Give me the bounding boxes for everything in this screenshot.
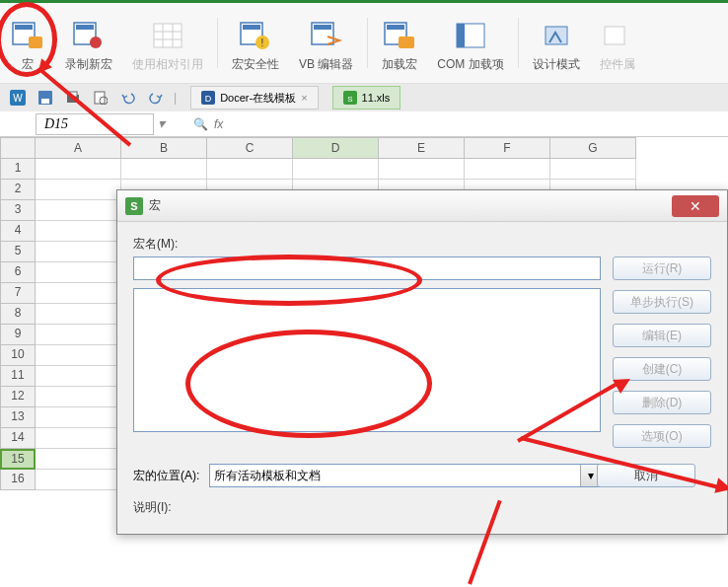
svg-rect-19: [399, 37, 414, 48]
row-header[interactable]: 12: [0, 387, 36, 407]
macro-list[interactable]: [133, 288, 601, 432]
ribbon-vb-editor[interactable]: VB 编辑器: [289, 8, 363, 78]
col-header[interactable]: E: [379, 137, 465, 159]
cell[interactable]: [36, 262, 121, 283]
col-header[interactable]: B: [121, 137, 207, 159]
tab-docer[interactable]: D Docer-在线模板 ×: [190, 86, 318, 110]
cell[interactable]: [207, 159, 293, 180]
print-preview-icon[interactable]: [91, 88, 110, 108]
tab-file[interactable]: S 11.xls: [332, 86, 401, 110]
row-header[interactable]: 1: [0, 159, 36, 180]
run-button[interactable]: 运行(R): [613, 257, 711, 280]
row-header[interactable]: 15: [0, 449, 36, 470]
desc-label: 说明(I):: [133, 499, 711, 516]
cell[interactable]: [36, 304, 121, 325]
dialog-titlebar[interactable]: S 宏 ✕: [117, 190, 727, 222]
ribbon-design-mode[interactable]: 设计模式: [523, 8, 590, 78]
quick-access-toolbar: W | D Docer-在线模板 × S 11.xls: [0, 84, 728, 111]
row-header[interactable]: 10: [0, 345, 36, 366]
save-icon[interactable]: [36, 88, 55, 108]
row-header[interactable]: 13: [0, 407, 36, 428]
row-header[interactable]: 9: [0, 325, 36, 345]
row-header[interactable]: 3: [0, 200, 36, 221]
app-icon: S: [125, 197, 143, 215]
cell[interactable]: [36, 325, 121, 345]
macro-icon: [10, 18, 45, 53]
macro-dialog: S 宏 ✕ 宏名(M): 运行(R) 单步执行(S) 编辑(E) 创建(C) 删…: [116, 189, 728, 535]
svg-rect-27: [41, 99, 49, 104]
row-header[interactable]: 14: [0, 428, 36, 449]
cell[interactable]: [550, 159, 636, 180]
options-button[interactable]: 选项(O): [613, 424, 711, 448]
row-header[interactable]: 2: [0, 180, 36, 200]
cell[interactable]: [36, 387, 121, 407]
step-button[interactable]: 单步执行(S): [613, 290, 711, 314]
svg-text:D: D: [205, 94, 212, 104]
redo-icon[interactable]: [146, 88, 166, 108]
close-icon[interactable]: ×: [301, 92, 307, 104]
cell[interactable]: [36, 180, 121, 200]
row-header[interactable]: 4: [0, 221, 36, 242]
cell[interactable]: [121, 159, 207, 180]
svg-point-5: [90, 37, 102, 48]
svg-rect-1: [15, 25, 33, 30]
cell[interactable]: [36, 283, 121, 304]
cell[interactable]: [36, 470, 121, 490]
col-header[interactable]: D: [293, 137, 379, 159]
app-menu-icon[interactable]: W: [8, 88, 28, 108]
svg-rect-16: [314, 25, 331, 30]
cell[interactable]: [36, 407, 121, 428]
ribbon-record-macro[interactable]: 录制新宏: [55, 8, 122, 78]
fx-label[interactable]: fx: [214, 117, 223, 131]
col-header[interactable]: F: [465, 137, 550, 159]
svg-rect-12: [243, 25, 260, 30]
ribbon-load-macro[interactable]: 加载宏: [372, 8, 427, 78]
svg-text:S: S: [347, 95, 352, 104]
col-header[interactable]: A: [36, 137, 121, 159]
security-icon: !: [238, 18, 273, 53]
undo-icon[interactable]: [118, 88, 138, 108]
select-all-corner[interactable]: [0, 137, 36, 159]
chevron-down-icon[interactable]: ▾: [153, 115, 169, 132]
prop-icon: [600, 18, 635, 53]
cell[interactable]: [379, 159, 465, 180]
col-header[interactable]: G: [550, 137, 636, 159]
close-button[interactable]: ✕: [672, 195, 719, 217]
row-header[interactable]: 16: [0, 470, 36, 490]
cell[interactable]: [293, 159, 379, 180]
docer-icon: D: [201, 91, 215, 105]
cell[interactable]: [36, 242, 121, 262]
row-header[interactable]: 8: [0, 304, 36, 325]
row-header[interactable]: 7: [0, 283, 36, 304]
vb-icon: [309, 18, 344, 53]
design-icon: [539, 18, 574, 53]
ribbon-macro-security[interactable]: ! 宏安全性: [222, 8, 289, 78]
cell[interactable]: [36, 221, 121, 242]
macro-name-input[interactable]: [133, 257, 601, 280]
svg-rect-4: [76, 25, 94, 30]
macro-name-label: 宏名(M):: [133, 236, 711, 253]
grid-icon: [150, 18, 185, 53]
row-header[interactable]: 5: [0, 242, 36, 262]
cell[interactable]: [36, 159, 121, 180]
cell[interactable]: [36, 449, 121, 470]
ribbon: 宏 录制新宏 使用相对引用 ! 宏安全性 VB 编辑器 加载宏 C: [0, 3, 728, 84]
macro-location-select[interactable]: 所有活动模板和文档 ▾: [209, 464, 601, 487]
delete-button[interactable]: 删除(D): [613, 391, 711, 414]
ribbon-com-addin[interactable]: COM 加载项: [427, 8, 513, 78]
svg-text:W: W: [13, 93, 23, 104]
ribbon-relative-ref: 使用相对引用: [122, 8, 213, 78]
edit-button[interactable]: 编辑(E): [613, 324, 711, 347]
svg-rect-18: [387, 25, 404, 30]
search-icon[interactable]: 🔍: [193, 117, 208, 131]
com-icon: [453, 18, 488, 53]
row-header[interactable]: 11: [0, 366, 36, 387]
cell[interactable]: [36, 345, 121, 366]
xls-icon: S: [343, 91, 357, 105]
cell[interactable]: [465, 159, 550, 180]
row-header[interactable]: 6: [0, 262, 36, 283]
cell[interactable]: [36, 428, 121, 449]
cell[interactable]: [36, 366, 121, 387]
col-header[interactable]: C: [207, 137, 293, 159]
cell[interactable]: [36, 200, 121, 221]
